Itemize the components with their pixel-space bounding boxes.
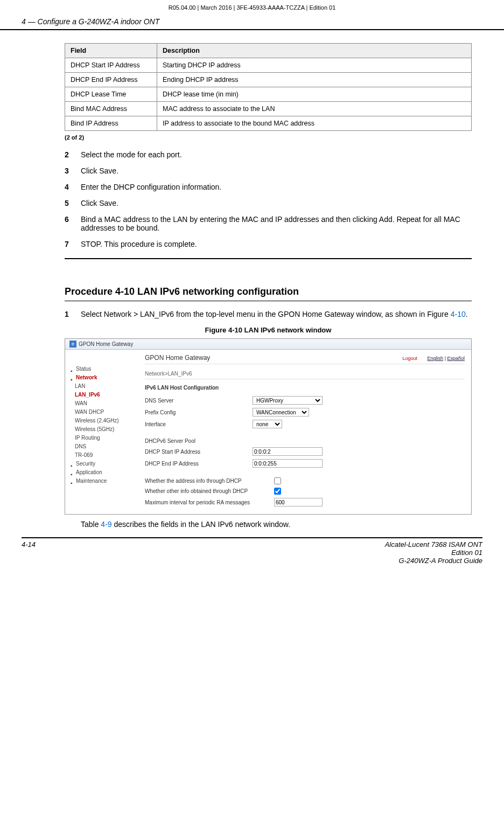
after-fig-post: describes the fields in the LAN IPv6 net… <box>112 520 291 529</box>
cell-field: Bind IP Address <box>65 116 157 131</box>
sidebar: ▪Status ▪Network LAN LAN_IPv6 WAN WAN DH… <box>65 350 138 514</box>
step-num: 5 <box>65 199 81 207</box>
folder-icon: ▪ <box>71 367 75 371</box>
cell-desc: Starting DHCP IP address <box>157 58 472 73</box>
end-ip-input[interactable] <box>253 459 323 468</box>
browser-tab[interactable]: e GPON Home Gateway <box>65 339 471 350</box>
after-fig-pre: Table <box>81 520 101 529</box>
footer-line2: Edition 01 <box>385 549 482 557</box>
start-ip-input[interactable] <box>253 447 323 456</box>
step-num: 3 <box>65 166 81 175</box>
folder-icon: ▪ <box>71 470 75 475</box>
step-text: STOP. This procedure is complete. <box>81 240 472 248</box>
sidebar-item-wireless-5[interactable]: Wireless (5GHz) <box>71 425 135 434</box>
sidebar-item-ip-routing[interactable]: IP Routing <box>71 434 135 442</box>
sidebar-item-wan[interactable]: WAN <box>71 399 135 408</box>
prefix-config-select[interactable]: WANConnection <box>253 408 309 417</box>
sidebar-label: Maintenance <box>76 478 107 484</box>
dns-server-label: DNS Server <box>145 398 253 404</box>
step-num: 6 <box>65 215 81 232</box>
pool-label: DHCPv6 Server Pool <box>145 438 253 444</box>
page-title: GPON Home Gateway <box>145 354 210 362</box>
other-dhcp-checkbox[interactable] <box>274 488 281 495</box>
footer-line3: G-240WZ-A Product Guide <box>385 557 482 565</box>
breadcrumb: Network>LAN_IPv6 <box>145 366 465 379</box>
addr-dhcp-label: Whether the address info through DHCP <box>145 478 274 484</box>
interface-select[interactable]: none <box>253 420 282 428</box>
max-ra-input[interactable] <box>274 498 323 506</box>
sidebar-cat-security[interactable]: ▪Security <box>71 460 135 468</box>
folder-icon: ▪ <box>71 479 75 483</box>
page-footer: 4-14 Alcatel-Lucent 7368 ISAM ONT Editio… <box>22 537 482 565</box>
interface-label: Interface <box>145 421 253 427</box>
step-text: Click Save. <box>81 166 472 175</box>
sidebar-item-tr069[interactable]: TR-069 <box>71 451 135 460</box>
step: 5 Click Save. <box>65 199 472 207</box>
dns-server-select[interactable]: HGWProxy <box>253 396 323 405</box>
sidebar-cat-status[interactable]: ▪Status <box>71 365 135 373</box>
sidebar-label: Security <box>76 461 95 467</box>
cell-desc: IP address to associate to the bound MAC… <box>157 116 472 131</box>
table-row: Bind MAC Address MAC address to associat… <box>65 102 472 116</box>
step-num: 4 <box>65 183 81 191</box>
table-row: DHCP End IP Address Ending DHCP IP addre… <box>65 73 472 87</box>
figure-link[interactable]: 4-10 <box>451 310 466 318</box>
cell-field: DHCP Lease Time <box>65 87 157 102</box>
end-ip-label: DHCP End IP Address <box>145 461 253 467</box>
step: 2 Select the mode for each port. <box>65 150 472 159</box>
page-number: 4-14 <box>22 540 36 565</box>
th-field: Field <box>65 44 157 58</box>
procedure-heading: Procedure 4-10 LAN IPv6 networking confi… <box>65 286 472 301</box>
th-desc: Description <box>157 44 472 58</box>
figure-caption: Figure 4-10 LAN IPv6 network window <box>65 326 472 334</box>
fields-table: Field Description DHCP Start IP Address … <box>65 43 472 131</box>
step: 7 STOP. This procedure is complete. <box>65 240 472 248</box>
step: 1 Select Network > LAN_IPv6 from the top… <box>65 310 472 318</box>
step1-post: . <box>466 310 468 318</box>
step: 3 Click Save. <box>65 166 472 175</box>
section-header: 4 — Configure a G-240WZ-A indoor ONT <box>0 15 504 30</box>
table-row: Bind IP Address IP address to associate … <box>65 116 472 131</box>
prefix-config-label: Prefix Config <box>145 410 253 415</box>
step-num: 2 <box>65 150 81 159</box>
footer-line1: Alcatel-Lucent 7368 ISAM ONT <box>385 540 482 549</box>
main-content: GPON Home Gateway Logout English | Españ… <box>138 350 471 514</box>
addr-dhcp-checkbox[interactable] <box>274 477 281 484</box>
table-row: DHCP Start IP Address Starting DHCP IP a… <box>65 58 472 73</box>
step-text: Bind a MAC address to the LAN by enterin… <box>81 215 472 232</box>
sidebar-item-lan-ipv6[interactable]: LAN_IPv6 <box>71 391 135 399</box>
table-page-note: (2 of 2) <box>65 134 472 141</box>
cell-field: DHCP End IP Address <box>65 73 157 87</box>
table-ref-text: Table 4-9 describes the fields in the LA… <box>65 520 472 529</box>
sidebar-label: Application <box>76 469 102 475</box>
cell-field: Bind MAC Address <box>65 102 157 116</box>
step-text: Select Network > LAN_IPv6 from the top-l… <box>81 310 472 318</box>
other-dhcp-label: Whether other info obtained through DHCP <box>145 488 274 494</box>
form-section-title: IPv6 LAN Host Configuration <box>145 385 465 391</box>
lang-espanol[interactable]: Español <box>447 356 465 361</box>
doc-header: R05.04.00 | March 2016 | 3FE-45933-AAAA-… <box>0 0 504 15</box>
folder-icon: ▪ <box>71 376 75 380</box>
step1-pre: Select Network > LAN_IPv6 from the top-l… <box>81 310 451 318</box>
sidebar-cat-application[interactable]: ▪Application <box>71 468 135 477</box>
sidebar-item-dns[interactable]: DNS <box>71 442 135 451</box>
sidebar-cat-network[interactable]: ▪Network <box>71 373 135 382</box>
cell-desc: MAC address to associate to the LAN <box>157 102 472 116</box>
step-num: 1 <box>65 310 81 318</box>
sidebar-cat-maintenance[interactable]: ▪Maintenance <box>71 477 135 485</box>
step-text: Enter the DHCP configuration information… <box>81 183 472 191</box>
step-num: 7 <box>65 240 81 248</box>
step: 4 Enter the DHCP configuration informati… <box>65 183 472 191</box>
sidebar-item-lan[interactable]: LAN <box>71 382 135 391</box>
table-link[interactable]: 4-9 <box>101 520 111 529</box>
sidebar-item-wan-dhcp[interactable]: WAN DHCP <box>71 408 135 417</box>
lang-english[interactable]: English <box>428 356 444 361</box>
cell-desc: DHCP lease time (in min) <box>157 87 472 102</box>
start-ip-label: DHCP Start IP Address <box>145 449 253 455</box>
sidebar-label: Network <box>76 374 97 380</box>
logout-link[interactable]: Logout <box>403 356 418 361</box>
sidebar-item-wireless-24[interactable]: Wireless (2.4GHz) <box>71 417 135 425</box>
cell-desc: Ending DHCP IP address <box>157 73 472 87</box>
procedure-divider <box>65 258 472 259</box>
favicon-icon: e <box>69 341 76 348</box>
